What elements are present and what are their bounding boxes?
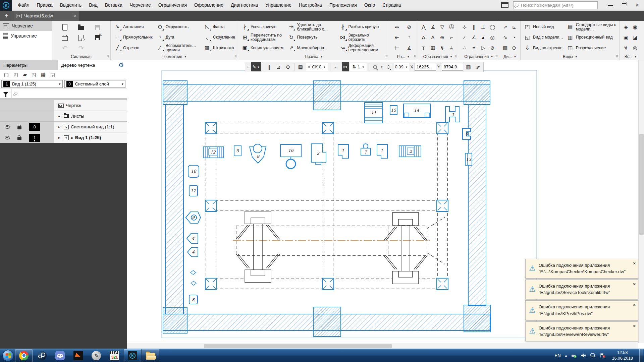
undo-icon[interactable]: ↶ (62, 44, 67, 52)
constraint-tool-icon[interactable]: ∕ (461, 35, 469, 40)
horizontal-scrollbar[interactable] (127, 343, 638, 349)
y-coordinate-field[interactable]: 8794.9 (442, 63, 463, 71)
redo-icon[interactable]: ↷ (78, 44, 84, 52)
grip-icon[interactable]: ⠿ (107, 55, 109, 58)
annotation-tool-icon[interactable]: T (420, 45, 428, 51)
constraint-tool-icon[interactable]: ∥ (470, 24, 478, 30)
panel-tool-icon[interactable]: ◰ (13, 72, 18, 78)
tool-rectangle[interactable]: □Прямоугольник (112, 32, 154, 43)
flyout-arrow-icon[interactable]: ▾ (514, 55, 516, 58)
minimize-button[interactable] (604, 0, 617, 10)
save-icon[interactable] (95, 25, 100, 30)
command-search[interactable] (513, 1, 598, 9)
tab-drawing-tree[interactable]: Дерево чертежа (58, 60, 115, 70)
taskbar-app-discord[interactable] (51, 349, 69, 362)
command-search-input[interactable] (521, 3, 591, 8)
constraint-tool-icon[interactable]: ⊹ (461, 24, 469, 30)
visibility-icon[interactable] (5, 136, 10, 139)
current-view-selector[interactable]: 1 Вид 1 (1:25) ▾ (1, 80, 63, 88)
vertical-scrollbar[interactable] (638, 60, 644, 343)
annotation-tool-icon[interactable]: A (420, 35, 428, 40)
current-layer-selector[interactable]: 0 Системный слой ▾ (64, 80, 126, 88)
usb-device-icon[interactable] (571, 353, 577, 358)
annotation-tool-icon[interactable]: ⋀ (420, 24, 428, 30)
x-coordinate-field[interactable]: 16235. (415, 63, 436, 71)
dimension-tool-icon[interactable]: ⇤ (393, 35, 401, 41)
tool-view-from-model[interactable]: ◱Вид с модели... (522, 32, 564, 43)
panel-tool-icon[interactable]: ▢ (4, 72, 9, 78)
workspace-item-drawing[interactable]: Черчение (0, 21, 52, 31)
network-icon[interactable] (590, 353, 596, 358)
menu-item[interactable]: Черчение (126, 0, 155, 10)
restore-button[interactable] (617, 0, 631, 10)
annotation-tool-icon[interactable]: ⊕ (438, 35, 446, 41)
close-icon[interactable]: × (633, 261, 636, 266)
flyout-arrow-icon[interactable]: ▾ (635, 55, 637, 58)
constraint-tool-icon[interactable]: = (470, 45, 478, 51)
tree-row-view-1[interactable]: 1 ▸↰●Вид 1 (1:25) (0, 132, 127, 143)
constraint-tool-icon[interactable]: ◯ (488, 24, 496, 30)
show-desktop-button[interactable] (639, 349, 643, 362)
close-icon[interactable]: × (633, 282, 636, 287)
dimension-tool-icon[interactable]: ⊘ (405, 24, 413, 30)
zoom-tool-icon[interactable] (371, 63, 379, 71)
tree-row-sheets[interactable]: ▸Листы (0, 111, 127, 122)
tool-autoline[interactable]: ∿Автолиния (112, 22, 154, 32)
tool-split-curve[interactable]: ∦Разбить кривую (337, 22, 387, 32)
tool-hatch[interactable]: ▨Штриховка (202, 43, 236, 53)
rounding-button[interactable]: ✂ (342, 62, 349, 71)
ortho-icon[interactable]: ⌐ (332, 63, 340, 71)
new-tab-button[interactable]: + (0, 11, 13, 21)
misc-tool-icon[interactable]: ◪ (631, 35, 639, 41)
workspace-item-management[interactable]: Управление (0, 31, 52, 41)
flyout-arrow-icon[interactable]: ▾ (321, 55, 322, 58)
flyout-arrow-icon[interactable]: ▾ (575, 55, 577, 58)
taskbar-app-kompas[interactable]: К (124, 349, 141, 362)
menu-item[interactable]: Диагностика (227, 0, 262, 10)
grip-icon[interactable]: ⠿ (234, 55, 237, 58)
print-preview-icon[interactable] (78, 35, 84, 41)
misc-tool-icon[interactable]: ◈ (622, 24, 630, 30)
interface-layout-icon[interactable] (501, 2, 508, 8)
misc-tool-icon[interactable]: ▣ (622, 35, 630, 41)
tool-scale[interactable]: ↗Масштабиров... (286, 43, 336, 53)
tool-copy-by-point[interactable]: ▣Копия указанием (239, 43, 285, 53)
tool-move-by-coords[interactable]: ⊞Переместить по координатам (239, 32, 285, 43)
zoom-in-icon[interactable] (384, 63, 392, 71)
tool-rotate[interactable]: ↻Повернуть (286, 32, 336, 43)
tree-row-system-view[interactable]: 0 ▸↳Системный вид (1:1) (0, 122, 127, 132)
misc-tool-icon[interactable]: ◎ (631, 45, 639, 51)
tool-new-view[interactable]: ◰Новый вид (522, 22, 564, 32)
expander-icon[interactable]: ▸ (58, 114, 62, 118)
menu-item[interactable]: Настройка (295, 0, 326, 10)
gear-icon[interactable]: ⚙ (115, 60, 127, 70)
close-button[interactable]: × (631, 0, 644, 10)
menu-item[interactable]: Оформление (191, 0, 227, 10)
coordinate-system-selector[interactable]: ⌖ СК 0 ▾ (306, 63, 328, 71)
taskbar-app-chrome[interactable] (15, 349, 33, 362)
annotation-tool-icon[interactable]: ∡ (429, 24, 437, 30)
grid-icon[interactable]: ▦ (297, 63, 305, 71)
constraint-tool-icon[interactable]: ◎ (488, 35, 496, 41)
panel-tool-icon[interactable]: ◲ (50, 72, 55, 78)
dimension-tool-icon[interactable]: ⇹ (393, 24, 401, 30)
tool-projection-view[interactable]: ▥Проекционный вид (565, 32, 618, 43)
grip-icon[interactable]: ⠿ (454, 55, 457, 58)
tree-row-drawing[interactable]: Чертеж (0, 100, 127, 111)
constraint-tool-icon[interactable]: ∠ (470, 35, 478, 41)
action-center-flag-icon[interactable] (600, 353, 605, 358)
clock[interactable]: 12:58 16.06.2018 (612, 350, 633, 361)
menu-item[interactable]: Справка (379, 0, 405, 10)
tool-deform[interactable]: ↝Деформация перемещением (337, 43, 387, 53)
menu-item[interactable]: Приложения (326, 0, 361, 10)
menu-item[interactable]: Вставка (101, 0, 126, 10)
flyout-arrow-icon[interactable]: ▾ (408, 55, 409, 58)
snap-point-icon[interactable]: ⊙ (284, 63, 292, 71)
taskbar-app-zona[interactable] (69, 349, 87, 362)
tool-extend[interactable]: ⇥Удлинить до ближайшего о... (286, 22, 336, 32)
constraint-tool-icon[interactable]: ⊥ (479, 24, 487, 30)
expander-icon[interactable]: ▸ (58, 125, 62, 129)
visibility-icon[interactable] (5, 125, 10, 129)
chevron-down-icon[interactable]: ▾ (380, 65, 383, 69)
diagnostic-tool-icon[interactable]: ⊙ (510, 45, 518, 51)
